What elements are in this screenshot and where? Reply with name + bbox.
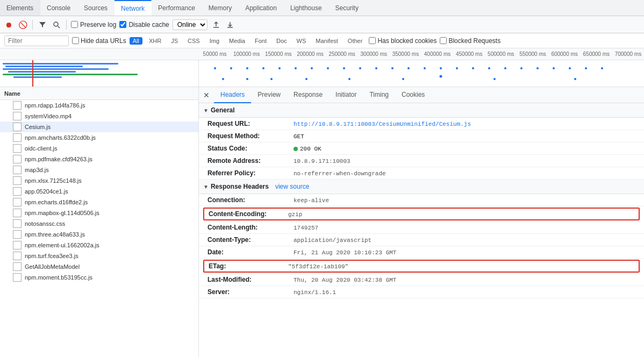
content-length-row: Content-Length: 1749257 [199, 222, 644, 234]
list-item[interactable]: app.05204ce1.js [0, 186, 198, 197]
disable-cache-input[interactable] [119, 21, 126, 28]
tab-lighthouse[interactable]: Lighthouse [284, 0, 329, 16]
list-item[interactable]: npm.turf.fcea3ee3.js [0, 251, 198, 261]
tab-network[interactable]: Network [115, 0, 152, 16]
list-item[interactable]: systemVideo.mp4 [0, 111, 198, 122]
filter-doc-button[interactable]: Doc [273, 37, 290, 45]
tick-3: 150000 ms [262, 51, 294, 57]
tab-preview[interactable]: Preview [251, 87, 287, 103]
filter-xhr-button[interactable]: XHR [146, 37, 164, 45]
filter-js-button[interactable]: JS [168, 37, 181, 45]
hide-data-urls-input[interactable] [72, 37, 79, 44]
waterfall-bar-3 [3, 68, 109, 70]
list-item[interactable]: npm.moment.b53195cc.js [0, 272, 198, 283]
close-panel-button[interactable]: ✕ [201, 90, 212, 101]
svg-point-10 [343, 67, 345, 69]
waterfall-bar-1 [3, 63, 118, 65]
svg-point-17 [456, 67, 458, 69]
referrer-policy-key: Referrer Policy: [207, 169, 294, 177]
has-blocked-cookies-checkbox[interactable]: Has blocked cookies [369, 37, 437, 45]
filter-manifest-button[interactable]: Manifest [312, 37, 341, 45]
hide-data-urls-label: Hide data URLs [81, 37, 126, 45]
toolbar: ⏺ 🚫 Preserve log Disable cache Online [0, 16, 644, 33]
filter-font-button[interactable]: Font [252, 37, 270, 45]
remote-address-value: 10.8.9.171:10003 [294, 158, 350, 165]
referrer-policy-row: Referrer Policy: no-referrer-when-downgr… [199, 167, 644, 180]
waterfall-bar-4 [8, 71, 76, 73]
tab-elements[interactable]: Elements [0, 0, 40, 16]
server-value: nginx/1.16.1 [294, 289, 336, 296]
svg-point-21 [520, 67, 523, 69]
tab-security[interactable]: Security [329, 0, 366, 16]
tab-sources[interactable]: Sources [77, 0, 115, 16]
main-area: Name npm.rdapp.1d4fa786.js systemVideo.m… [0, 87, 644, 357]
svg-point-30 [305, 78, 307, 80]
svg-point-3 [230, 67, 232, 69]
list-item[interactable]: npm.echarts.d16ffde2.js [0, 197, 198, 208]
list-item-cesium[interactable]: Cesium.js [0, 122, 198, 132]
date-key: Date: [207, 248, 294, 256]
filter-media-button[interactable]: Media [226, 37, 248, 45]
tab-headers[interactable]: Headers [214, 87, 251, 103]
list-item[interactable]: npm.element-ui.1662002a.js [0, 240, 198, 251]
list-item[interactable]: map3d.js [0, 165, 198, 175]
list-item[interactable]: npm.amcharts.6322cd0b.js [0, 132, 198, 143]
response-headers-section-header[interactable]: ▼ Response Headers view source [199, 180, 644, 194]
tab-timing[interactable]: Timing [363, 87, 395, 103]
tab-application[interactable]: Application [239, 0, 284, 16]
tab-cookies[interactable]: Cookies [395, 87, 431, 103]
request-url-row: Request URL: http://10.8.9.171:10003/Ces… [199, 118, 644, 130]
request-method-key: Request Method: [207, 132, 294, 140]
has-blocked-cookies-input[interactable] [369, 37, 376, 44]
list-item[interactable]: oidc-client.js [0, 143, 198, 154]
upload-button[interactable] [211, 19, 221, 30]
clear-button[interactable]: 🚫 [17, 19, 28, 30]
download-button[interactable] [225, 19, 235, 30]
hide-data-urls-checkbox[interactable]: Hide data URLs [72, 37, 126, 45]
date-value: Fri, 21 Aug 2020 10:10:23 GMT [294, 249, 396, 256]
view-source-link[interactable]: view source [275, 183, 309, 190]
record-button[interactable]: ⏺ [3, 19, 14, 30]
filter-other-button[interactable]: Other [345, 37, 366, 45]
filter-css-button[interactable]: CSS [184, 37, 203, 45]
detail-content: ▼ General Request URL: http://10.8.9.171… [199, 103, 644, 357]
filter-all-button[interactable]: All [130, 37, 142, 45]
tab-performance[interactable]: Performance [152, 0, 202, 16]
svg-point-35 [574, 78, 576, 80]
tab-console[interactable]: Console [40, 0, 77, 16]
has-blocked-cookies-label: Has blocked cookies [377, 37, 437, 45]
filter-input[interactable] [4, 35, 69, 46]
list-item[interactable]: notosanssc.css [0, 218, 198, 229]
svg-point-26 [601, 67, 603, 69]
disable-cache-checkbox[interactable]: Disable cache [119, 21, 169, 28]
list-item[interactable]: npm.mapbox-gl.114d0506.js [0, 208, 198, 218]
tab-initiator[interactable]: Initiator [329, 87, 363, 103]
waterfall-mini [3, 63, 196, 84]
throttle-select[interactable]: Online [173, 19, 207, 30]
general-section-header[interactable]: ▼ General [199, 103, 644, 118]
filter-button[interactable] [37, 19, 48, 30]
disable-cache-label: Disable cache [128, 21, 169, 28]
list-item[interactable]: npm.pdfmake.cfd94263.js [0, 154, 198, 165]
preserve-log-input[interactable] [71, 21, 78, 28]
list-item[interactable]: npm.xlsx.7125c148.js [0, 175, 198, 186]
search-button[interactable] [51, 19, 62, 30]
timeline-chart-left [0, 60, 199, 87]
blocked-requests-input[interactable] [440, 37, 447, 44]
tab-response[interactable]: Response [287, 87, 329, 103]
preserve-log-checkbox[interactable]: Preserve log [71, 21, 116, 28]
svg-point-2 [214, 67, 216, 69]
list-item[interactable]: npm.rdapp.1d4fa786.js [0, 100, 198, 111]
filter-ws-button[interactable]: WS [294, 37, 310, 45]
blocked-requests-checkbox[interactable]: Blocked Requests [440, 37, 500, 45]
list-item[interactable]: GetAllJobMetaModel [0, 261, 198, 272]
filter-img-button[interactable]: Img [206, 37, 223, 45]
svg-point-13 [391, 67, 393, 69]
svg-point-27 [222, 78, 224, 80]
svg-point-24 [569, 67, 571, 69]
list-item[interactable]: npm.three.ac48a633.js [0, 229, 198, 240]
content-encoding-value: gzip [288, 211, 302, 218]
server-key: Server: [207, 288, 294, 296]
tab-memory[interactable]: Memory [202, 0, 239, 16]
status-code-value: 200 OK [294, 146, 321, 152]
